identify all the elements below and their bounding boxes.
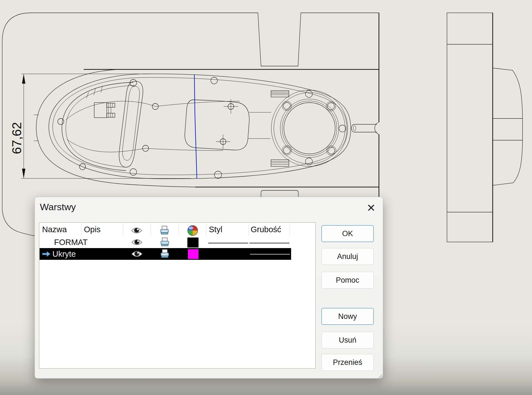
close-icon: ✕ bbox=[367, 202, 376, 214]
column-header-thickness[interactable]: Grubość bbox=[251, 223, 281, 236]
line-style-preview[interactable] bbox=[208, 243, 248, 243]
line-thickness-preview[interactable] bbox=[250, 243, 289, 243]
column-header-description[interactable]: Opis bbox=[84, 223, 101, 236]
layers-dialog: Warstwy ✕ Nazwa Opis bbox=[35, 197, 383, 378]
solidworks-viewport: 67,62 Warstwy ✕ Nazwa Opis bbox=[0, 0, 532, 395]
layer-color-swatch[interactable] bbox=[188, 249, 199, 259]
dimension-text: 67,62 bbox=[9, 122, 24, 154]
move-button[interactable]: Przenieś bbox=[321, 354, 374, 371]
column-divider bbox=[81, 224, 81, 235]
column-divider bbox=[290, 224, 290, 235]
layer-name[interactable]: FORMAT bbox=[54, 236, 88, 248]
column-divider bbox=[178, 224, 179, 235]
delete-button[interactable]: Usuń bbox=[321, 332, 374, 348]
table-header-row: Nazwa Opis bbox=[39, 223, 315, 236]
selected-edge-highlight[interactable] bbox=[194, 74, 197, 178]
printer-icon[interactable] bbox=[160, 249, 170, 259]
color-wheel-icon[interactable] bbox=[187, 225, 198, 236]
layer-color-swatch[interactable] bbox=[187, 238, 199, 248]
layers-table[interactable]: Nazwa Opis bbox=[39, 222, 316, 369]
column-divider bbox=[151, 224, 151, 235]
eye-icon[interactable] bbox=[131, 238, 142, 246]
close-button[interactable]: ✕ bbox=[365, 202, 377, 214]
current-layer-arrow-icon bbox=[42, 251, 51, 257]
part-side-view bbox=[447, 13, 523, 242]
layer-name[interactable]: Ukryte bbox=[52, 248, 76, 260]
connector-bracket bbox=[94, 103, 115, 118]
eye-icon[interactable] bbox=[131, 227, 142, 234]
crosshair-marks bbox=[216, 99, 238, 149]
column-divider bbox=[206, 224, 206, 235]
ring-feature bbox=[271, 90, 348, 166]
resize-grip[interactable] bbox=[378, 374, 383, 379]
help-button[interactable]: Pomoc bbox=[321, 272, 374, 289]
pin-feature bbox=[352, 122, 379, 134]
column-header-style[interactable]: Styl bbox=[209, 223, 222, 236]
eye-icon[interactable] bbox=[131, 250, 142, 258]
cancel-button[interactable]: Anuluj bbox=[321, 248, 374, 265]
column-divider bbox=[248, 224, 249, 235]
column-divider bbox=[123, 224, 123, 235]
new-button[interactable]: Nowy bbox=[321, 308, 374, 325]
dialog-title: Warstwy bbox=[40, 202, 76, 212]
dimension-annotation[interactable]: 67,62 bbox=[9, 74, 191, 178]
layer-row-format[interactable]: FORMAT bbox=[40, 236, 291, 248]
layer-row-ukryte[interactable]: Ukryte bbox=[40, 248, 291, 260]
printer-icon[interactable] bbox=[160, 237, 170, 247]
ok-button[interactable]: OK bbox=[321, 225, 374, 242]
line-thickness-preview[interactable] bbox=[250, 254, 290, 255]
printer-icon[interactable] bbox=[159, 226, 170, 236]
column-header-name[interactable]: Nazwa bbox=[42, 223, 67, 236]
